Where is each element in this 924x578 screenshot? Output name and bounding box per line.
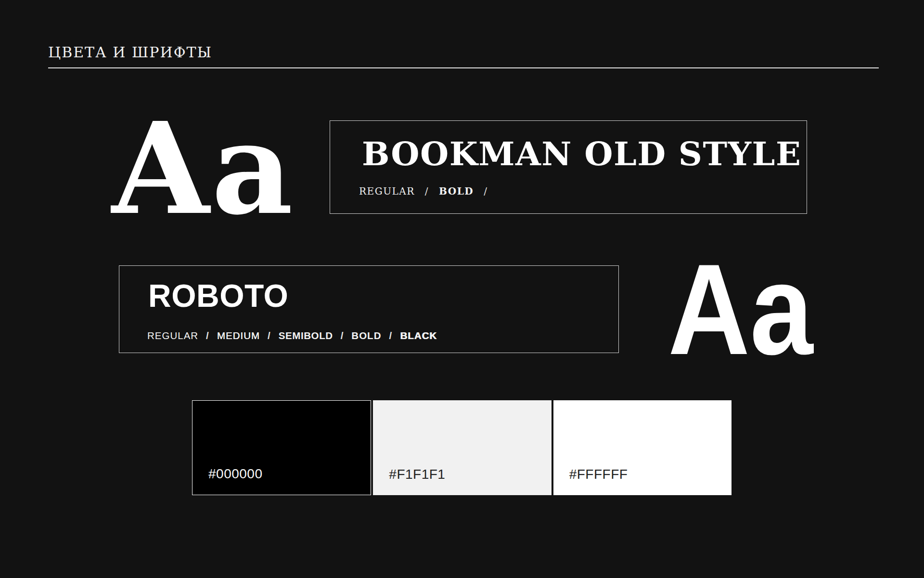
weight-label-regular: REGULAR — [147, 331, 198, 341]
sans-font-name: ROBOTO — [148, 280, 288, 312]
serif-font-sample-letters: Aa — [112, 105, 295, 232]
color-hex-label: #000000 — [208, 467, 263, 481]
color-swatch-black: #000000 — [192, 400, 371, 495]
color-hex-label: #F1F1F1 — [389, 468, 445, 481]
separator-slash: / — [425, 186, 429, 196]
serif-font-specimen-box: BOOKMAN OLD STYLE REGULAR / BOLD / — [330, 120, 807, 214]
color-palette: #000000 #F1F1F1 #FFFFFF — [192, 400, 732, 495]
sans-font-sample-letters: Aa — [668, 245, 813, 374]
color-swatch-white: #FFFFFF — [553, 400, 732, 495]
weight-label-medium: MEDIUM — [217, 331, 260, 341]
sans-font-weights-list: REGULAR / MEDIUM / SEMIBOLD / BOLD / BLA… — [147, 331, 437, 341]
brand-style-guide-page: ЦВЕТА И ШРИФТЫ Aa BOOKMAN OLD STYLE REGU… — [0, 0, 924, 578]
color-hex-label: #FFFFFF — [569, 468, 628, 481]
weight-label-bold: BOLD — [351, 331, 381, 341]
separator-slash: / — [268, 331, 271, 341]
weight-label-bold: BOLD — [439, 186, 474, 196]
color-swatch-light-gray: #F1F1F1 — [373, 400, 551, 495]
separator-slash: / — [341, 331, 344, 341]
separator-slash: / — [206, 331, 209, 341]
weight-label-regular: REGULAR — [359, 186, 415, 196]
title-underline-rule — [48, 67, 879, 68]
weight-label-semibold: SEMIBOLD — [279, 331, 333, 341]
serif-font-weights-list: REGULAR / BOLD / — [359, 186, 488, 196]
weight-label-black: BLACK — [400, 331, 437, 341]
serif-font-name: BOOKMAN OLD STYLE — [362, 137, 801, 170]
sans-font-specimen-box: ROBOTO REGULAR / MEDIUM / SEMIBOLD / BOL… — [119, 265, 619, 353]
separator-slash: / — [484, 186, 488, 196]
page-title: ЦВЕТА И ШРИФТЫ — [48, 45, 212, 60]
separator-slash: / — [389, 331, 392, 341]
